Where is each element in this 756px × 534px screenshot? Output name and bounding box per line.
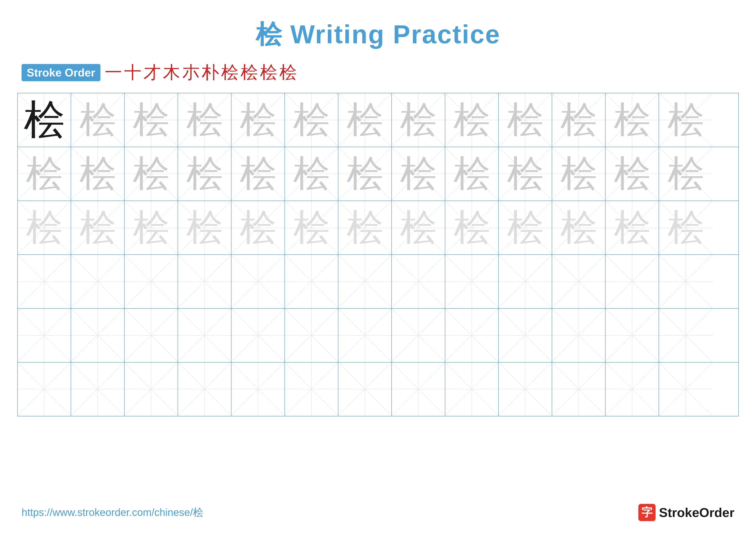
grid-cell-2-9[interactable]: 桧 — [445, 147, 499, 201]
grid-cell-3-2[interactable]: 桧 — [71, 201, 124, 254]
grid-cell-4-6[interactable] — [285, 255, 338, 308]
grid-cell-2-11[interactable]: 桧 — [552, 147, 606, 201]
grid-cell-3-3[interactable]: 桧 — [124, 201, 178, 254]
grid-cell-1-7[interactable]: 桧 — [338, 93, 392, 147]
grid-cell-5-8[interactable] — [392, 309, 445, 362]
svg-line-83 — [124, 255, 177, 308]
grid-cell-2-7[interactable]: 桧 — [338, 147, 392, 201]
grid-cell-6-13[interactable] — [659, 363, 713, 416]
grid-cell-1-5[interactable]: 桧 — [231, 93, 285, 147]
grid-cell-1-11[interactable]: 桧 — [552, 93, 606, 147]
grid-cell-3-13[interactable]: 桧 — [659, 201, 713, 254]
grid-cell-4-7[interactable] — [338, 255, 392, 308]
grid-cell-5-7[interactable] — [338, 309, 392, 362]
grid-cell-4-3[interactable] — [124, 255, 178, 308]
grid-cell-4-12[interactable] — [606, 255, 659, 308]
grid-cell-5-4[interactable] — [178, 309, 231, 362]
grid-cell-4-2[interactable] — [71, 255, 124, 308]
grid-cell-4-8[interactable] — [392, 255, 445, 308]
grid-cell-5-1[interactable] — [18, 309, 71, 362]
grid-cell-2-6[interactable]: 桧 — [285, 147, 338, 201]
grid-cell-6-6[interactable] — [285, 363, 338, 416]
grid-cell-1-13[interactable]: 桧 — [659, 93, 713, 147]
grid-cell-1-3[interactable]: 桧 — [124, 93, 178, 147]
grid-cell-3-9[interactable]: 桧 — [445, 201, 499, 254]
grid-cell-6-9[interactable] — [445, 363, 499, 416]
grid-cell-3-6[interactable]: 桧 — [285, 201, 338, 254]
grid-cell-2-1[interactable]: 桧 — [18, 147, 71, 201]
grid-cell-5-3[interactable] — [124, 309, 178, 362]
svg-line-149 — [499, 363, 552, 416]
grid-cell-1-2[interactable]: 桧 — [71, 93, 124, 147]
footer-url[interactable]: https://www.strokeorder.com/chinese/桧 — [21, 506, 203, 519]
grid-cell-6-2[interactable] — [71, 363, 124, 416]
svg-line-129 — [659, 309, 713, 362]
svg-line-147 — [445, 363, 498, 416]
svg-line-118 — [392, 309, 445, 362]
stroke-sequence: 一 十 才 木 朩 朴 桧 桧 桧 桧 — [105, 61, 297, 84]
grid-cell-6-10[interactable] — [499, 363, 552, 416]
grid-cell-1-1[interactable]: 桧 — [18, 93, 71, 147]
grid-cell-3-10[interactable]: 桧 — [499, 201, 552, 254]
stroke-2: 十 — [124, 61, 141, 84]
svg-line-145 — [392, 363, 445, 416]
grid-cell-1-12[interactable]: 桧 — [606, 93, 659, 147]
grid-cell-5-12[interactable] — [606, 309, 659, 362]
grid-cell-3-4[interactable]: 桧 — [178, 201, 231, 254]
grid-cell-6-11[interactable] — [552, 363, 606, 416]
grid-cell-5-6[interactable] — [285, 309, 338, 362]
grid-cell-2-5[interactable]: 桧 — [231, 147, 285, 201]
svg-line-96 — [499, 255, 552, 308]
grid-cell-3-5[interactable]: 桧 — [231, 201, 285, 254]
footer-logo: 字 StrokeOrder — [638, 504, 735, 521]
svg-line-105 — [18, 309, 71, 362]
svg-line-86 — [231, 255, 284, 308]
grid-cell-4-1[interactable] — [18, 255, 71, 308]
svg-line-113 — [231, 309, 284, 362]
grid-cell-2-8[interactable]: 桧 — [392, 147, 445, 201]
grid-cell-5-11[interactable] — [552, 309, 606, 362]
grid-cell-2-12[interactable]: 桧 — [606, 147, 659, 201]
grid-cell-1-6[interactable]: 桧 — [285, 93, 338, 147]
stroke-order-row: Stroke Order 一 十 才 木 朩 朴 桧 桧 桧 桧 — [0, 61, 756, 93]
svg-line-143 — [338, 363, 392, 416]
grid-cell-2-4[interactable]: 桧 — [178, 147, 231, 201]
grid-cell-5-9[interactable] — [445, 309, 499, 362]
grid-cell-5-2[interactable] — [71, 309, 124, 362]
svg-line-153 — [606, 363, 659, 416]
grid-cell-3-8[interactable]: 桧 — [392, 201, 445, 254]
grid-cell-4-13[interactable] — [659, 255, 713, 308]
grid-cell-6-3[interactable] — [124, 363, 178, 416]
grid-cell-1-10[interactable]: 桧 — [499, 93, 552, 147]
grid-cell-3-1[interactable]: 桧 — [18, 201, 71, 254]
grid-cell-6-7[interactable] — [338, 363, 392, 416]
grid-cell-6-5[interactable] — [231, 363, 285, 416]
grid-cell-4-9[interactable] — [445, 255, 499, 308]
grid-cell-2-13[interactable]: 桧 — [659, 147, 713, 201]
grid-cell-1-8[interactable]: 桧 — [392, 93, 445, 147]
grid-cell-2-3[interactable]: 桧 — [124, 147, 178, 201]
grid-cell-5-10[interactable] — [499, 309, 552, 362]
grid-cell-6-4[interactable] — [178, 363, 231, 416]
grid-cell-4-4[interactable] — [178, 255, 231, 308]
grid-cell-6-12[interactable] — [606, 363, 659, 416]
grid-cell-1-4[interactable]: 桧 — [178, 93, 231, 147]
grid-cell-4-5[interactable] — [231, 255, 285, 308]
grid-cell-2-10[interactable]: 桧 — [499, 147, 552, 201]
grid-cell-5-13[interactable] — [659, 309, 713, 362]
grid-cell-3-12[interactable]: 桧 — [606, 201, 659, 254]
stroke-3: 才 — [144, 61, 161, 84]
svg-line-138 — [231, 363, 284, 416]
grid-cell-3-7[interactable]: 桧 — [338, 201, 392, 254]
grid-cell-4-11[interactable] — [552, 255, 606, 308]
grid-cell-4-10[interactable] — [499, 255, 552, 308]
grid-cell-3-11[interactable]: 桧 — [552, 201, 606, 254]
grid-cell-6-8[interactable] — [392, 363, 445, 416]
svg-line-84 — [178, 255, 231, 308]
svg-line-90 — [338, 255, 392, 308]
grid-cell-5-5[interactable] — [231, 309, 285, 362]
svg-line-148 — [499, 363, 552, 416]
grid-cell-6-1[interactable] — [18, 363, 71, 416]
grid-cell-1-9[interactable]: 桧 — [445, 93, 499, 147]
grid-cell-2-2[interactable]: 桧 — [71, 147, 124, 201]
